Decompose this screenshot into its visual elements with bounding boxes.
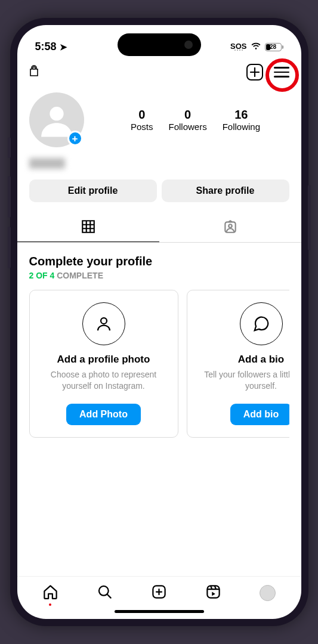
hamburger-icon [274,67,289,78]
bottom-nav [17,576,301,606]
plus-square-icon [151,584,167,600]
card-title: Add a profile photo [57,354,150,366]
profile-tabs [17,212,301,243]
svg-point-0 [50,107,63,120]
svg-rect-6 [208,586,220,597]
nav-profile[interactable] [260,585,276,601]
reels-icon [205,584,221,600]
complete-title: Complete your profile [29,255,289,268]
wifi-icon [251,42,261,52]
side-button [8,137,11,158]
volume-up-button [8,176,11,218]
card-title: Add a bio [238,354,284,366]
svg-point-2 [229,224,231,227]
location-icon: ➤ [60,42,67,52]
grid-icon [81,219,96,234]
complete-cards[interactable]: Add a profile photo Choose a photo to re… [29,290,289,438]
nav-reels[interactable] [205,584,221,602]
profile-header [17,58,301,86]
home-icon [42,584,58,600]
card-desc: Tell your followers a little about yours… [196,369,289,392]
add-photo-button[interactable]: Add Photo [66,404,141,425]
nav-create[interactable] [151,584,167,602]
share-profile-button[interactable]: Share profile [162,179,289,202]
menu-button[interactable] [274,67,289,78]
lock-icon [29,65,39,80]
display-name [29,158,65,169]
tab-grid[interactable] [17,212,159,242]
volume-down-button [8,227,11,268]
profile-info: + 0 Posts 0 Followers 16 Following [17,86,301,153]
complete-progress: 2 OF 4 COMPLETE [29,271,289,280]
nav-search[interactable] [97,584,113,602]
stats-row: 0 Posts 0 Followers 16 Following [102,108,289,132]
stat-posts[interactable]: 0 Posts [131,108,153,132]
dynamic-island [118,33,201,56]
battery-indicator: 28 [265,43,283,51]
home-indicator[interactable] [115,610,204,613]
svg-point-3 [101,318,107,324]
edit-profile-button[interactable]: Edit profile [29,179,157,202]
create-post-button[interactable] [246,64,263,80]
action-buttons: Edit profile Share profile [17,171,301,208]
tab-tagged[interactable] [159,212,301,242]
notification-dot [49,603,51,606]
add-bio-button[interactable]: Add bio [230,404,289,425]
tagged-icon [223,219,238,234]
search-icon [97,584,113,600]
complete-profile-section: Complete your profile 2 OF 4 COMPLETE Ad… [17,243,301,450]
nav-home[interactable] [42,584,58,602]
card-add-photo: Add a profile photo Choose a photo to re… [29,290,178,438]
power-button [308,185,311,250]
stat-following[interactable]: 16 Following [223,108,260,132]
status-time: 5:58 [35,41,57,53]
screen: 5:58 ➤ SOS 28 [17,25,301,619]
chat-icon [240,302,283,345]
avatar-icon [260,585,276,601]
add-story-icon: + [67,131,83,146]
avatar[interactable]: + [29,92,84,147]
plus-square-icon [246,64,263,80]
profile-photo-icon [82,302,125,345]
phone-frame: 5:58 ➤ SOS 28 [10,18,308,626]
stat-followers[interactable]: 0 Followers [168,108,206,132]
card-desc: Choose a photo to represent yourself on … [38,369,169,392]
sos-indicator: SOS [230,43,246,51]
card-add-bio: Add a bio Tell your followers a little a… [187,290,289,438]
